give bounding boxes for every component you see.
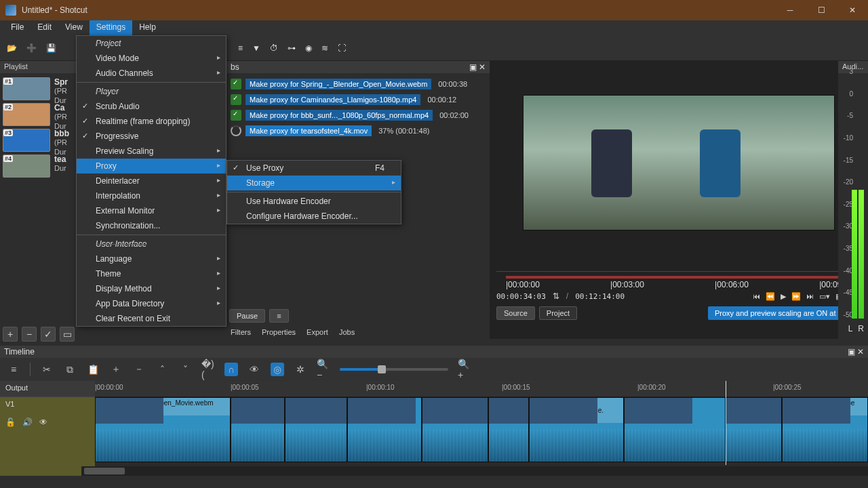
- menu-item-use-proxy[interactable]: Use ProxyF4: [227, 161, 401, 176]
- timeline-clip[interactable]: [624, 397, 726, 462]
- ripple-all-icon[interactable]: ✲: [294, 363, 307, 376]
- save-icon[interactable]: 💾: [46, 43, 56, 53]
- hide-icon[interactable]: 👁: [39, 418, 47, 427]
- menu-edit[interactable]: Edit: [31, 20, 58, 35]
- update-button[interactable]: ✓: [41, 327, 56, 342]
- skip-end-icon[interactable]: ⏭: [806, 292, 814, 301]
- skip-start-icon[interactable]: ⏮: [753, 292, 760, 301]
- timeline-clips-area[interactable]: Spring_-_Blender_Open_Movie.webm(PROXY)S…: [95, 397, 868, 462]
- zoom-out-icon[interactable]: 🔍−: [317, 363, 330, 376]
- tab-jobs[interactable]: Jobs: [339, 328, 355, 339]
- remove-clip-icon[interactable]: －: [132, 363, 146, 376]
- menu-item-use-hardware-encoder[interactable]: Use Hardware Encoder: [227, 194, 401, 209]
- timeline-menu-icon[interactable]: ≡: [7, 363, 20, 376]
- mute-icon[interactable]: 🔊: [22, 418, 33, 427]
- timeline-panel-controls[interactable]: ▣ ✕: [848, 347, 864, 357]
- menu-help[interactable]: Help: [132, 20, 163, 35]
- menu-view[interactable]: View: [58, 20, 90, 35]
- timeline-clip[interactable]: Spring_-_Bl(PROXY): [422, 397, 488, 462]
- timeline-h-scrollbar[interactable]: [81, 466, 868, 476]
- preview-scrubber[interactable]: |00:00:00|00:03:00|00:06:00|00:09:00: [496, 271, 861, 289]
- scrub-drag-icon[interactable]: 👁: [248, 363, 261, 376]
- maximize-button[interactable]: ☐: [806, 0, 837, 20]
- menu-item-external-monitor[interactable]: External Monitor: [77, 203, 226, 218]
- menu-item-interpolation[interactable]: Interpolation: [77, 188, 226, 203]
- forward-icon[interactable]: ⏩: [791, 292, 801, 301]
- menu-item-display-method[interactable]: Display Method: [77, 281, 226, 296]
- jobs-menu-button[interactable]: ≡: [269, 309, 288, 323]
- menu-item-storage[interactable]: Storage: [227, 176, 401, 190]
- playhead[interactable]: [726, 381, 726, 465]
- rewind-icon[interactable]: ⏪: [766, 292, 775, 301]
- menu-item-realtime-frame-dropping-[interactable]: Realtime (frame dropping): [77, 114, 226, 129]
- pause-button[interactable]: Pause: [229, 309, 265, 323]
- timeline-clip[interactable]: Spring_-_Blender_Ope(PROXY): [285, 397, 347, 462]
- timeline-ruler[interactable]: |00:00:00|00:00:05|00:00:10|00:00:15|00:…: [95, 381, 868, 397]
- menu-file[interactable]: File: [4, 20, 31, 35]
- job-row[interactable]: Make proxy for Caminandes_Llamigos-1080p…: [226, 92, 490, 107]
- menu-item-preview-scaling[interactable]: Preview Scaling: [77, 144, 226, 159]
- zoom-dropdown-icon[interactable]: ▭▾: [819, 292, 830, 301]
- filter-icon[interactable]: ▼: [252, 43, 260, 53]
- menu-item-proxy[interactable]: Proxy: [77, 159, 226, 174]
- timeline-clip[interactable]: Spring_-_Blender_Open_Movie.webm(PROXY): [95, 397, 231, 462]
- menu-item-video-mode[interactable]: Video Mode: [77, 51, 226, 66]
- project-tab[interactable]: Project: [539, 306, 577, 320]
- snap-icon[interactable]: ∩: [224, 363, 238, 376]
- current-timecode[interactable]: 00:00:34:03: [496, 292, 546, 301]
- minimize-button[interactable]: ─: [774, 0, 806, 20]
- menu-item-deinterlacer[interactable]: Deinterlacer: [77, 174, 226, 188]
- timeline-clip[interactable]: [488, 397, 529, 462]
- menu-settings[interactable]: Settings: [90, 20, 132, 35]
- track-v1-label[interactable]: V1: [0, 397, 95, 413]
- paste-icon[interactable]: 📋: [86, 363, 100, 376]
- menu-item-synchronization-[interactable]: Synchronization...: [77, 218, 226, 233]
- play-icon[interactable]: ▶: [781, 292, 786, 301]
- source-tab[interactable]: Source: [496, 306, 535, 320]
- fullscreen-icon[interactable]: ⛶: [338, 43, 346, 53]
- cut-icon[interactable]: ✂: [40, 363, 54, 376]
- list-icon[interactable]: ≡: [238, 43, 243, 53]
- menu-item-language[interactable]: Language: [77, 251, 226, 266]
- menu-item-progressive[interactable]: Progressive: [77, 129, 226, 144]
- timeline-clip[interactable]: [347, 397, 422, 462]
- job-row[interactable]: Make proxy for bbb_sunf..._1080p_60fps_n…: [226, 107, 490, 123]
- jobs-panel-controls[interactable]: ▣ ✕: [469, 62, 486, 72]
- timecode-stepper-icon[interactable]: ⇅: [553, 291, 559, 301]
- lock-icon[interactable]: 🔓: [5, 418, 16, 427]
- output-label[interactable]: Output: [0, 381, 95, 397]
- menu-item-audio-channels[interactable]: Audio Channels: [77, 66, 226, 81]
- split-icon[interactable]: �) (: [201, 363, 215, 376]
- copy-icon[interactable]: ⧉: [63, 363, 77, 376]
- video-preview[interactable]: [523, 95, 835, 230]
- timeline-clip[interactable]: Spring_-_Blender_Ope(PROXY): [782, 397, 868, 462]
- close-button[interactable]: ✕: [837, 0, 868, 20]
- menu-item-theme[interactable]: Theme: [77, 266, 226, 281]
- tab-properties[interactable]: Properties: [262, 328, 296, 339]
- remove-button[interactable]: −: [22, 327, 37, 342]
- menu-item-app-data-directory[interactable]: App Data Directory: [77, 296, 226, 311]
- timeline-clip[interactable]: [726, 397, 782, 462]
- job-row[interactable]: Make proxy for Spring_-_Blender_Open_Mov…: [226, 76, 490, 92]
- timeline-clip[interactable]: Spring_-_Blender_Open_Movie.(PROXY): [529, 397, 624, 462]
- menu-item-clear-recent-on-exit[interactable]: Clear Recent on Exit: [77, 311, 226, 326]
- tab-export[interactable]: Export: [307, 328, 328, 339]
- append-icon[interactable]: ➕: [26, 43, 37, 53]
- open-icon[interactable]: 📂: [7, 43, 17, 53]
- zoom-in-icon[interactable]: 🔍+: [458, 363, 471, 376]
- timeline-clip[interactable]: [231, 397, 285, 462]
- zoom-slider[interactable]: [340, 368, 448, 371]
- append-clip-icon[interactable]: ＋: [109, 363, 123, 376]
- tab-filters[interactable]: Filters: [231, 328, 251, 339]
- timer-icon[interactable]: ⏱: [270, 43, 278, 53]
- record-icon[interactable]: ◉: [305, 43, 312, 53]
- overwrite-icon[interactable]: ˅: [178, 363, 192, 376]
- menu-item-configure-hardware-encoder-[interactable]: Configure Hardware Encoder...: [227, 209, 401, 224]
- job-row[interactable]: Make proxy for tearsofsteel_4k.mov 37% (…: [226, 123, 490, 138]
- add-button[interactable]: +: [3, 327, 18, 342]
- ripple-icon[interactable]: ◎: [271, 363, 284, 376]
- lift-icon[interactable]: ˄: [155, 363, 169, 376]
- menu-item-scrub-audio[interactable]: Scrub Audio: [77, 99, 226, 114]
- keyframes-icon[interactable]: ⊶: [288, 43, 296, 53]
- stack-icon[interactable]: ≋: [321, 43, 328, 53]
